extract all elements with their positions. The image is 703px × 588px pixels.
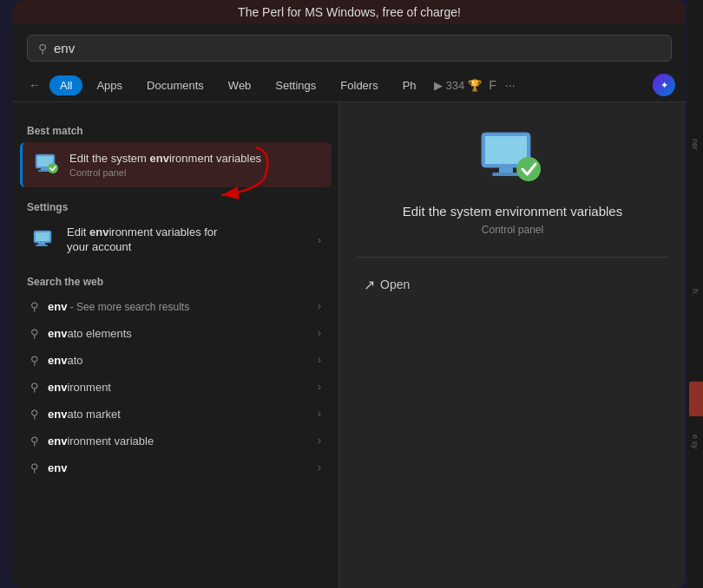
copilot-symbol: ✦ [660, 80, 668, 91]
filter-more-button[interactable]: ··· [500, 75, 521, 95]
web-item-0[interactable]: ⚲ env - See more search results › [20, 293, 332, 320]
settings-item-icon [30, 226, 58, 254]
external-link-icon: ↗ [364, 277, 375, 293]
web-text-3: environment [48, 381, 309, 394]
settings-section: Settings Edit environment variables fory… [13, 198, 338, 262]
search-bar: ⚲ [27, 35, 672, 62]
tab-documents[interactable]: Documents [136, 75, 214, 95]
filter-count: ▶ 334 🏆 [434, 79, 483, 92]
right-panel: Edit the system environment variables Co… [338, 102, 686, 588]
tab-ph[interactable]: Ph [392, 75, 427, 95]
content-area: Best match [13, 102, 686, 588]
settings-item-text: Edit environment variables foryour accou… [67, 225, 309, 255]
web-suffix-3: ironment [67, 381, 111, 394]
copilot-icon[interactable]: ✦ [653, 74, 675, 96]
web-search-icon-4: ⚲ [30, 408, 39, 421]
web-text-6: env [48, 461, 309, 474]
search-input[interactable] [54, 41, 660, 56]
web-bold-3: env [48, 381, 67, 394]
web-item-6[interactable]: ⚲ env › [20, 454, 332, 481]
open-button[interactable]: ↗ Open [357, 271, 417, 298]
detail-computer-icon [478, 129, 548, 188]
web-bold-2: env [48, 354, 67, 367]
settings-item-title: Edit environment variables foryour accou… [67, 225, 309, 255]
tab-all[interactable]: All [49, 75, 82, 95]
settings-chevron-icon: › [318, 234, 321, 246]
svg-rect-8 [36, 245, 48, 246]
title-highlight: env [149, 152, 168, 165]
web-item-4[interactable]: ⚲ envato market › [20, 401, 332, 428]
settings-highlight: env [89, 225, 108, 238]
best-match-label: Best match [13, 121, 338, 142]
web-search-icon-3: ⚲ [30, 381, 39, 394]
web-text-2: envato [48, 354, 309, 367]
web-chevron-5: › [318, 434, 321, 447]
tab-web[interactable]: Web [218, 75, 262, 95]
tab-folders[interactable]: Folders [330, 75, 388, 95]
web-chevron-0: › [318, 300, 321, 312]
web-chevron-2: › [318, 354, 321, 366]
title-suffix: ironment variables [169, 152, 261, 165]
web-section: Search the web ⚲ env - See more search r… [13, 272, 338, 481]
left-panel: Best match [13, 102, 338, 588]
web-bold-1: env [48, 327, 67, 340]
svg-rect-7 [38, 243, 45, 245]
web-search-icon-2: ⚲ [30, 354, 39, 367]
web-search-icon-0: ⚲ [30, 300, 39, 313]
web-highlight-0: env [48, 300, 67, 313]
svg-rect-10 [485, 136, 527, 164]
computer-icon [34, 153, 60, 177]
web-suffix-2: ato [67, 354, 82, 367]
web-suffix-5: ironment variable [67, 434, 154, 448]
top-bar-title: The Perl for MS Windows, free of charge! [238, 5, 461, 19]
web-text-4: envato market [48, 408, 309, 421]
web-text-5: environment variable [48, 434, 309, 448]
svg-point-4 [48, 163, 58, 173]
tab-settings[interactable]: Settings [265, 75, 326, 95]
detail-icon [478, 128, 548, 189]
web-chevron-4: › [318, 408, 321, 420]
web-bold-4: env [48, 408, 67, 421]
web-item-3[interactable]: ⚲ environment › [20, 374, 332, 401]
open-label: Open [380, 278, 410, 291]
filter-tabs: ← All Apps Documents Web Settings Folder… [13, 69, 686, 102]
detail-subtitle: Control panel [482, 224, 543, 236]
detail-divider [357, 257, 668, 258]
web-item-5[interactable]: ⚲ environment variable › [20, 428, 332, 454]
web-text-1: envato elements [48, 327, 309, 340]
filter-more-icon[interactable]: F [489, 78, 496, 92]
detail-actions: ↗ Open [357, 271, 668, 298]
web-chevron-6: › [318, 461, 321, 474]
right-hint-3: e sy [691, 434, 700, 449]
web-search-icon-5: ⚲ [30, 434, 39, 448]
title-prefix: Edit the system [69, 152, 149, 165]
search-bar-area: ⚲ [13, 24, 686, 69]
right-hint-2: h. [691, 289, 700, 296]
tab-apps[interactable]: Apps [86, 75, 133, 95]
web-section-label: Search the web [13, 272, 338, 293]
web-bold-5: env [48, 434, 67, 448]
settings-computer-icon [32, 229, 56, 252]
best-match-item[interactable]: Edit the system environment variables Co… [20, 142, 332, 187]
svg-point-13 [516, 157, 541, 181]
web-item-2[interactable]: ⚲ envato › [20, 347, 332, 374]
svg-rect-6 [36, 232, 49, 241]
search-icon: ⚲ [38, 42, 47, 56]
search-window: The Perl for MS Windows, free of charge!… [13, 0, 686, 588]
web-chevron-3: › [318, 381, 321, 393]
best-match-subtitle: Control panel [69, 167, 321, 178]
web-suffix-4: ato market [67, 408, 120, 421]
web-item-1[interactable]: ⚲ envato elements › [20, 320, 332, 347]
web-text-0: env - See more search results [48, 300, 309, 313]
settings-prefix: Edit [67, 225, 89, 238]
web-bold-6: env [48, 461, 67, 474]
right-hint-1: ner [691, 139, 700, 150]
best-match-section: Best match [13, 121, 338, 187]
web-suffix-0: - See more search results [67, 301, 189, 313]
web-search-icon-6: ⚲ [30, 461, 39, 474]
best-match-icon [33, 151, 61, 179]
web-suffix-1: ato elements [67, 327, 131, 340]
back-button[interactable]: ← [23, 75, 46, 95]
svg-rect-12 [492, 173, 520, 176]
settings-item-0[interactable]: Edit environment variables foryour accou… [20, 219, 332, 262]
